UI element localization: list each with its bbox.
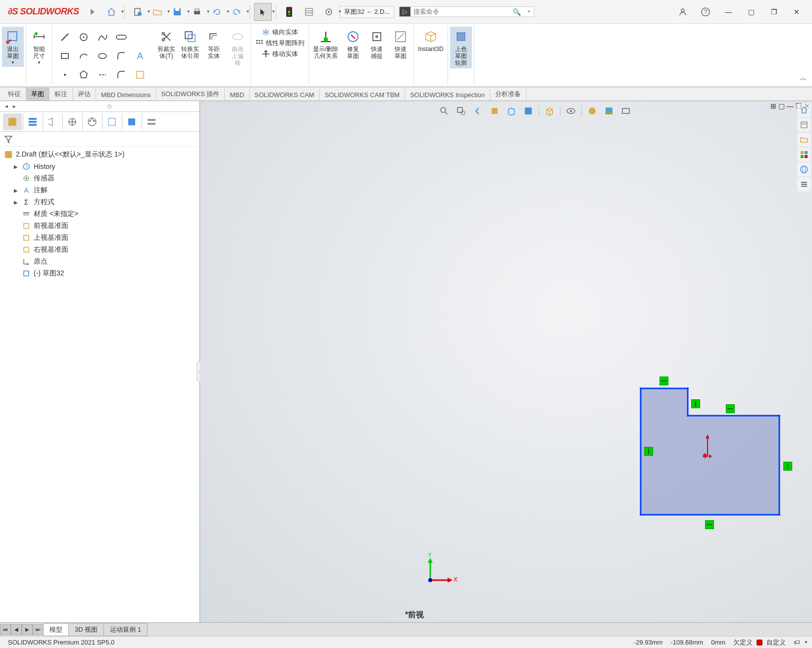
tree-item[interactable]: 传感器 xyxy=(0,172,200,184)
home-icon[interactable]: ▼ xyxy=(102,3,120,21)
logo-arrow-icon[interactable] xyxy=(91,9,95,15)
tab8-icon[interactable] xyxy=(142,113,160,130)
shaded-sketch-button[interactable]: 上色 草图 轮廓 xyxy=(450,27,472,68)
appearance-icon[interactable] xyxy=(585,104,600,118)
search-input[interactable] xyxy=(410,7,509,16)
vs-home-icon[interactable] xyxy=(797,103,811,117)
close-button[interactable]: ✕ xyxy=(785,3,808,21)
status-custom[interactable]: 自定义 xyxy=(762,638,790,647)
tab6-icon[interactable] xyxy=(102,113,121,130)
search-icon[interactable]: 🔍 xyxy=(509,8,524,16)
constraint-vertical-icon[interactable] xyxy=(783,462,792,471)
slot-icon[interactable] xyxy=(113,29,130,46)
zoom-fit-icon[interactable] xyxy=(437,104,452,118)
view-orient-icon[interactable] xyxy=(504,104,519,118)
vs-folder-icon[interactable] xyxy=(797,133,811,147)
section-icon[interactable] xyxy=(487,104,502,118)
vs-list-icon[interactable] xyxy=(797,177,811,191)
zoom-area-icon[interactable] xyxy=(454,104,468,118)
open-icon[interactable]: ▼ xyxy=(149,3,166,21)
tab7-icon[interactable] xyxy=(122,113,141,130)
tab-分析准备[interactable]: 分析准备 xyxy=(490,88,526,101)
tree-item[interactable]: ▶Σ方程式 xyxy=(0,196,200,208)
feature-tree-tab-icon[interactable] xyxy=(3,113,22,130)
repair-button[interactable]: 修复 草图 xyxy=(342,27,364,61)
undo-icon[interactable]: ▼ xyxy=(208,3,226,21)
sketch-geometry[interactable] xyxy=(636,378,794,522)
mirror-button[interactable]: 镜向实体 xyxy=(259,27,300,38)
offset-button[interactable]: 等距 实体 xyxy=(203,27,225,68)
instant3d-button[interactable]: Instant3D xyxy=(416,27,445,54)
view-cube-icon[interactable] xyxy=(542,104,557,118)
tree-item[interactable]: ▶A注解 xyxy=(0,184,200,196)
tree-item[interactable]: 材质 <未指定> xyxy=(0,208,200,220)
tree-item[interactable]: 上视基准面 xyxy=(0,232,200,244)
dim-tab-icon[interactable] xyxy=(62,113,81,130)
appearance-tab-icon[interactable] xyxy=(82,113,101,130)
bottom-tab-2[interactable]: 运动算例 1 xyxy=(103,623,148,636)
move-button[interactable]: 移动实体 xyxy=(259,49,300,59)
options-icon[interactable] xyxy=(300,3,318,21)
fillet-tool-icon[interactable] xyxy=(113,48,130,64)
view-min-icon[interactable]: — xyxy=(787,102,794,110)
smart-dimension-button[interactable]: 智能 尺寸 ▼ xyxy=(28,27,50,67)
spline-icon[interactable] xyxy=(94,29,111,46)
tree-item[interactable]: (-) 草图32 xyxy=(0,268,200,279)
tab-solidworks-cam-tbm[interactable]: SOLIDWORKS CAM TBM xyxy=(320,89,405,101)
view-window-icon[interactable]: ▢ xyxy=(778,102,785,110)
tab-mbd[interactable]: MBD xyxy=(225,89,250,101)
tree-item[interactable]: 右视基准面 xyxy=(0,244,200,256)
centerline-icon[interactable] xyxy=(94,66,111,83)
relations-button[interactable]: 显示/删除 几何关系 xyxy=(311,27,340,61)
ribbon-expand-icon[interactable]: ︿ xyxy=(800,74,807,83)
polygon-icon[interactable] xyxy=(75,66,92,83)
bottom-tab-1[interactable]: 3D 视图 xyxy=(68,623,104,636)
settings-icon[interactable]: ▼ xyxy=(320,3,338,21)
plane-sketch-icon[interactable] xyxy=(132,66,149,83)
render-icon[interactable] xyxy=(618,104,633,118)
pattern-button[interactable]: 线性草图阵列 xyxy=(253,38,306,49)
convert-button[interactable]: 转换实 体引用 xyxy=(179,27,201,68)
bt-prev-icon[interactable]: ◀ xyxy=(11,624,22,635)
scene-icon[interactable] xyxy=(602,104,616,118)
point-icon[interactable] xyxy=(56,66,73,83)
new-icon[interactable]: ▼ xyxy=(129,3,147,21)
tab-评估[interactable]: 评估 xyxy=(73,88,96,101)
tab-mbd-dimensions[interactable]: MBD Dimensions xyxy=(96,89,156,101)
search-box[interactable]: ▷ 🔍 ▼ xyxy=(399,6,534,17)
circle-icon[interactable] xyxy=(75,29,92,46)
display-style-icon[interactable] xyxy=(521,104,536,118)
chamfer-icon[interactable] xyxy=(113,66,130,83)
minimize-button[interactable]: — xyxy=(717,3,740,21)
hide-show-icon[interactable] xyxy=(563,104,578,118)
constraint-horizontal-icon[interactable] xyxy=(726,404,735,413)
trim-button[interactable]: 剪裁实 体(T) xyxy=(155,27,177,68)
help-icon[interactable]: ? xyxy=(694,3,717,21)
redo-icon[interactable]: ▼ xyxy=(228,3,246,21)
property-tab-icon[interactable] xyxy=(23,113,42,130)
bt-next-icon[interactable]: ▶ xyxy=(22,624,33,635)
quick-snap-button[interactable]: 快速 捕捉 xyxy=(366,27,388,61)
tab-solidworks-inspection[interactable]: SOLIDWORKS Inspection xyxy=(405,89,490,101)
search-dropdown-icon[interactable]: ▼ xyxy=(524,9,534,14)
filter-icon[interactable] xyxy=(4,135,13,144)
print-icon[interactable]: ▼ xyxy=(188,3,206,21)
quick-sketch-button[interactable]: 快速 草图 xyxy=(390,27,411,61)
constraint-vertical-icon[interactable] xyxy=(691,399,700,408)
constraint-horizontal-icon[interactable] xyxy=(660,377,668,385)
ellipse-icon[interactable] xyxy=(94,48,111,64)
restore-button[interactable]: ❐ xyxy=(762,3,785,21)
tab-solidworks-插件[interactable]: SOLIDWORKS 插件 xyxy=(156,88,225,101)
constraint-horizontal-icon[interactable] xyxy=(705,520,714,529)
select-icon[interactable]: ▼ xyxy=(254,3,272,21)
bt-first-icon[interactable]: ⏮ xyxy=(0,624,11,635)
bottom-tab-0[interactable]: 模型 xyxy=(43,623,69,636)
text-icon[interactable]: A xyxy=(132,48,149,64)
panel-next-icon[interactable]: ► xyxy=(12,104,17,109)
tree-item[interactable]: 前视基准面 xyxy=(0,220,200,232)
breadcrumb[interactable]: 草图32 ← 2.D... xyxy=(340,6,394,18)
arc-icon[interactable] xyxy=(75,48,92,64)
tree-item[interactable]: ▶History xyxy=(0,161,200,172)
viewport[interactable]: ⊞ ▢ — ❐ ✕ xyxy=(200,101,812,622)
prev-view-icon[interactable] xyxy=(470,104,485,118)
